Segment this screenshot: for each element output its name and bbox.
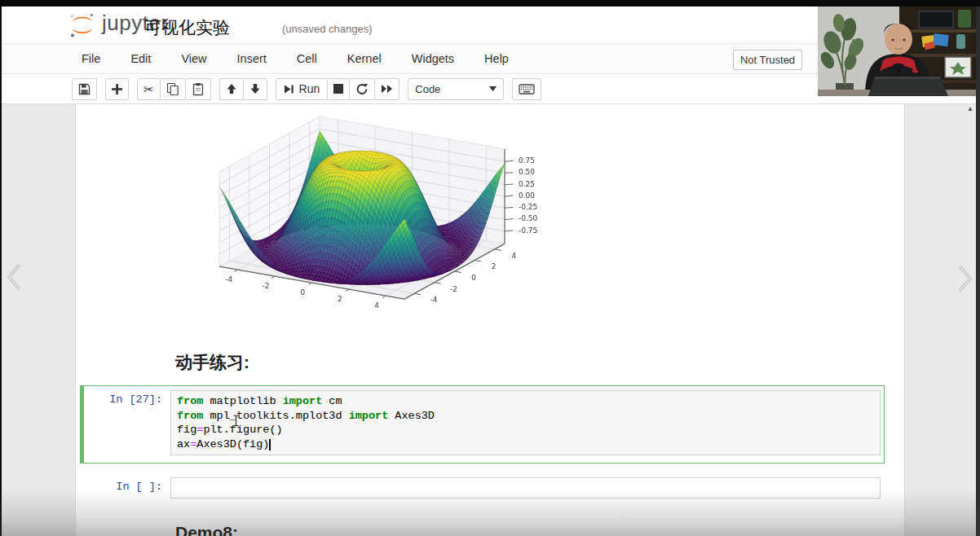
interrupt-kernel-button[interactable]: [327, 78, 350, 100]
mouse-cursor: [232, 414, 241, 431]
add-cell-button[interactable]: [105, 78, 129, 100]
command-palette-button[interactable]: [512, 78, 541, 100]
code-line: from mpl_toolkits.mplot3d import Axes3D: [177, 409, 874, 424]
dropdown-caret-icon: [489, 86, 497, 91]
cell-type-dropdown[interactable]: Code: [408, 78, 504, 100]
cell-input-prompt: In [ ]:: [84, 477, 170, 493]
notebook-title[interactable]: 可视化实验: [144, 16, 230, 39]
run-cell-button[interactable]: Run: [276, 78, 329, 100]
move-cell-up-button[interactable]: [219, 78, 244, 100]
menu-kernel[interactable]: Kernel: [347, 52, 382, 65]
copy-button[interactable]: [160, 78, 186, 100]
paste-button[interactable]: [185, 78, 211, 100]
figure-output: [199, 107, 545, 320]
restart-kernel-icon: [355, 83, 369, 95]
menu-edit[interactable]: Edit: [130, 52, 151, 65]
run-button-label: Run: [299, 82, 320, 95]
move-up-icon: [226, 83, 237, 94]
code-cell-selected[interactable]: In [27]: from matplotlib import cm from …: [80, 385, 885, 464]
menu-insert[interactable]: Insert: [237, 52, 267, 65]
jupyter-logo-icon: [68, 11, 96, 39]
move-down-icon: [249, 83, 261, 94]
save-status-text: (unsaved changes): [282, 23, 373, 35]
notebook-page-background: 动手练习: In [27]: from matplotlib import cm…: [2, 104, 976, 536]
save-icon: [78, 83, 90, 95]
save-button[interactable]: [72, 78, 97, 100]
next-section-heading-partial: Demo8:: [175, 523, 238, 536]
paste-icon: [192, 82, 205, 96]
letterbox-top-bar: [0, 0, 980, 7]
cut-button[interactable]: ✂: [137, 78, 161, 100]
cut-icon: ✂: [143, 83, 154, 95]
add-cell-icon: [112, 84, 122, 94]
scroll-top-arrow-icon[interactable]: ▲: [967, 105, 973, 112]
trust-status-button[interactable]: Not Trusted: [733, 50, 802, 70]
chevron-right-icon: [952, 261, 977, 297]
code-line: ax=Axes3D(fig): [177, 437, 874, 452]
prev-slide-button[interactable]: [2, 259, 27, 298]
empty-code-cell[interactable]: In [ ]:: [80, 472, 885, 503]
code-line: fig=plt.figure(): [177, 423, 874, 437]
restart-kernel-button[interactable]: [349, 78, 375, 100]
keyboard-icon: [519, 82, 535, 95]
notebook-content-area: 动手练习: In [27]: from matplotlib import cm…: [75, 104, 905, 536]
menu-widgets[interactable]: Widgets: [412, 52, 454, 65]
code-line: from matplotlib import cm: [177, 394, 874, 409]
webcam-laptop: [868, 77, 948, 96]
run-icon: [284, 84, 294, 94]
webcam-video-overlay: [818, 7, 976, 96]
letterbox-left-edge: [0, 7, 2, 536]
menu-file[interactable]: File: [82, 52, 100, 65]
chevron-left-icon: [2, 259, 27, 295]
surface-plot-canvas: [199, 107, 545, 320]
restart-run-all-button[interactable]: [374, 78, 400, 100]
menu-help[interactable]: Help: [484, 52, 509, 65]
webcam-scene: [818, 7, 976, 96]
code-editor[interactable]: from matplotlib import cm from mpl_toolk…: [170, 390, 881, 455]
cell-type-value: Code: [415, 83, 440, 95]
menu-view[interactable]: View: [181, 52, 206, 65]
restart-run-all-icon: [381, 84, 393, 94]
section-heading: 动手练习:: [175, 351, 249, 374]
stop-icon: [333, 84, 343, 94]
copy-icon: [166, 82, 179, 96]
jupyter-notebook-window: jupyter 可视化实验 (unsaved changes) File Edi…: [0, 0, 980, 536]
next-slide-button[interactable]: [952, 261, 977, 300]
move-cell-down-button[interactable]: [243, 78, 267, 100]
text-caret: [269, 439, 271, 450]
code-editor-empty[interactable]: [170, 477, 881, 499]
menu-cell[interactable]: Cell: [297, 52, 317, 65]
cell-input-prompt: In [27]:: [84, 390, 170, 406]
